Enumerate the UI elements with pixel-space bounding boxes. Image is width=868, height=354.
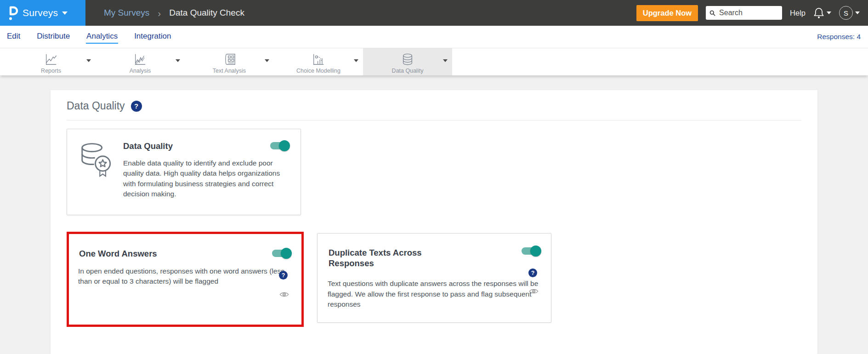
one-word-answers-toggle[interactable] bbox=[272, 250, 290, 257]
nav-tab-edit[interactable]: Edit bbox=[6, 30, 21, 44]
multi-line-chart-icon bbox=[133, 52, 147, 66]
card-description: Text questions with duplicate answers ac… bbox=[328, 279, 540, 309]
top-bar: Surveys My Surveys › Data Quality Check … bbox=[0, 0, 868, 26]
breadcrumb: My Surveys › Data Quality Check bbox=[104, 0, 244, 26]
avatar: S bbox=[839, 6, 853, 20]
document-grid-icon bbox=[222, 52, 236, 66]
chevron-down-icon bbox=[827, 11, 831, 14]
chevron-down-icon[interactable] bbox=[443, 59, 448, 62]
tool-tab-label: Data Quality bbox=[392, 68, 424, 74]
duplicate-texts-toggle[interactable] bbox=[522, 247, 540, 255]
data-quality-toggle[interactable] bbox=[270, 142, 289, 149]
toggle-knob bbox=[530, 246, 541, 257]
page-title: Data Quality bbox=[67, 100, 125, 112]
chevron-down-icon[interactable] bbox=[265, 59, 269, 62]
tool-tab-data-quality[interactable]: Data Quality bbox=[363, 48, 452, 75]
line-chart-icon bbox=[44, 52, 58, 66]
responses-count: Responses: 4 bbox=[817, 33, 861, 41]
search-box[interactable] bbox=[706, 6, 782, 20]
breadcrumb-parent-link[interactable]: My Surveys bbox=[104, 8, 149, 18]
search-icon bbox=[709, 10, 715, 17]
flag-cards-row: One Word Answers In open ended questions… bbox=[67, 232, 801, 327]
highlight-outline: One Word Answers In open ended questions… bbox=[67, 232, 304, 327]
nav-tab-integration[interactable]: Integration bbox=[134, 30, 171, 44]
tool-tab-text-analysis[interactable]: Text Analysis bbox=[185, 48, 274, 75]
tool-tab-reports[interactable]: Reports bbox=[6, 48, 96, 75]
tool-tab-label: Reports bbox=[41, 68, 61, 74]
data-quality-panel: Data Quality ? Data Quality Enable data … bbox=[51, 90, 817, 354]
tool-tab-analysis[interactable]: Analysis bbox=[96, 48, 185, 75]
database-star-icon bbox=[77, 141, 114, 180]
page-background: Data Quality ? Data Quality Enable data … bbox=[0, 75, 868, 354]
breadcrumb-separator-icon: › bbox=[158, 8, 161, 18]
tool-tab-label: Analysis bbox=[130, 68, 151, 74]
chevron-down-icon[interactable] bbox=[86, 59, 91, 62]
preview-eye-icon[interactable] bbox=[279, 291, 289, 298]
model-chart-icon bbox=[312, 52, 325, 66]
data-quality-card: Data Quality Enable data quality to iden… bbox=[67, 129, 301, 215]
surveys-menu-button[interactable]: Surveys bbox=[0, 0, 85, 26]
tool-tab-label: Choice Modelling bbox=[296, 68, 340, 74]
card-title: Duplicate Texts Across Responses bbox=[329, 247, 457, 268]
questionpro-logo bbox=[7, 6, 18, 21]
duplicate-texts-card: Duplicate Texts Across Responses Text qu… bbox=[317, 233, 551, 323]
toggle-knob bbox=[279, 140, 290, 151]
card-description: Enable data quality to identify and excl… bbox=[123, 158, 283, 200]
one-word-answers-card: One Word Answers In open ended questions… bbox=[69, 234, 301, 325]
survey-nav: Edit Distribute Analytics Integration Re… bbox=[0, 26, 868, 48]
nav-tab-analytics[interactable]: Analytics bbox=[86, 30, 118, 44]
upgrade-now-button[interactable]: Upgrade Now bbox=[636, 5, 698, 21]
nav-tab-distribute[interactable]: Distribute bbox=[36, 30, 70, 44]
card-body: Data Quality Enable data quality to iden… bbox=[123, 141, 289, 215]
product-name: Surveys bbox=[23, 7, 58, 18]
chevron-down-icon[interactable] bbox=[354, 59, 358, 62]
card-description: In open ended questions, responses with … bbox=[78, 266, 286, 287]
notifications-button[interactable] bbox=[813, 7, 831, 19]
topbar-actions: Upgrade Now Help S bbox=[636, 0, 868, 26]
card-title: One Word Answers bbox=[79, 249, 246, 259]
chevron-down-icon bbox=[855, 11, 860, 14]
tool-tab-label: Text Analysis bbox=[213, 68, 246, 74]
help-icon[interactable]: ? bbox=[279, 271, 288, 280]
help-link[interactable]: Help bbox=[790, 9, 806, 17]
bell-icon bbox=[813, 7, 824, 19]
chevron-down-icon bbox=[62, 11, 68, 15]
breadcrumb-current: Data Quality Check bbox=[169, 8, 244, 18]
preview-eye-icon[interactable] bbox=[529, 288, 539, 295]
analytics-toolbar: Reports Analysis Text Analysis bbox=[0, 48, 868, 75]
card-title: Data Quality bbox=[123, 141, 289, 151]
toggle-knob bbox=[281, 248, 292, 259]
help-icon[interactable]: ? bbox=[528, 268, 537, 277]
help-icon[interactable]: ? bbox=[131, 101, 142, 112]
tool-tab-choice-modelling[interactable]: Choice Modelling bbox=[274, 48, 363, 75]
account-menu-button[interactable]: S bbox=[839, 6, 860, 20]
search-input[interactable] bbox=[718, 8, 778, 17]
database-icon bbox=[401, 52, 414, 66]
panel-header: Data Quality ? bbox=[67, 90, 801, 120]
chevron-down-icon[interactable] bbox=[176, 59, 180, 62]
